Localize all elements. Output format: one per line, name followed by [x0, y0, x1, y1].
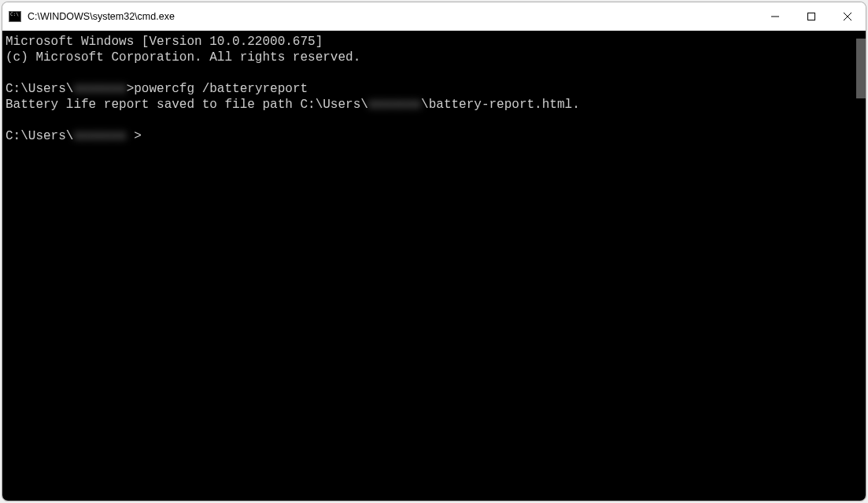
svg-rect-1 — [808, 13, 815, 20]
prompt1-user-redacted: xxxxxxx — [73, 81, 126, 97]
titlebar[interactable]: C:\WINDOWS\system32\cmd.exe — [2, 2, 866, 31]
blank-line — [6, 65, 862, 81]
output-user-redacted: xxxxxxx — [368, 97, 421, 113]
prompt2-user-redacted: xxxxxxx — [73, 128, 126, 144]
output-suffix: \battery-report.html. — [421, 98, 580, 112]
prompt1-command: powercfg /batteryreport — [134, 82, 308, 96]
window-title: C:\WINDOWS\system32\cmd.exe — [28, 11, 757, 22]
window-controls — [757, 2, 866, 31]
blank-line-2 — [6, 113, 862, 128]
prompt-line-1: C:\Users\xxxxxxx>powercfg /batteryreport — [6, 81, 862, 97]
output-line: Battery life report saved to file path C… — [6, 97, 862, 113]
minimize-button[interactable] — [757, 2, 793, 31]
terminal-output[interactable]: Microsoft Windows [Version 10.0.22000.67… — [2, 31, 866, 501]
cmd-icon — [9, 10, 21, 23]
maximize-icon — [807, 13, 815, 20]
maximize-button[interactable] — [793, 2, 829, 31]
close-icon — [844, 13, 851, 20]
prompt1-sep: > — [127, 82, 135, 96]
output-prefix: Battery life report saved to file path C… — [6, 98, 368, 112]
minimize-icon — [771, 13, 779, 20]
header-line-2: (c) Microsoft Corporation. All rights re… — [6, 50, 862, 65]
cmd-window: C:\WINDOWS\system32\cmd.exe Microsoft Wi… — [2, 2, 866, 501]
header-line-1: Microsoft Windows [Version 10.0.22000.67… — [6, 34, 862, 50]
prompt1-prefix: C:\Users\ — [6, 82, 73, 96]
prompt-line-2[interactable]: C:\Users\xxxxxxx > — [6, 128, 862, 144]
terminal-area[interactable]: Microsoft Windows [Version 10.0.22000.67… — [2, 31, 866, 501]
prompt2-sep: > — [134, 129, 142, 143]
prompt2-prefix: C:\Users\ — [6, 129, 73, 143]
scrollbar-thumb[interactable] — [856, 39, 866, 98]
close-button[interactable] — [829, 2, 866, 31]
